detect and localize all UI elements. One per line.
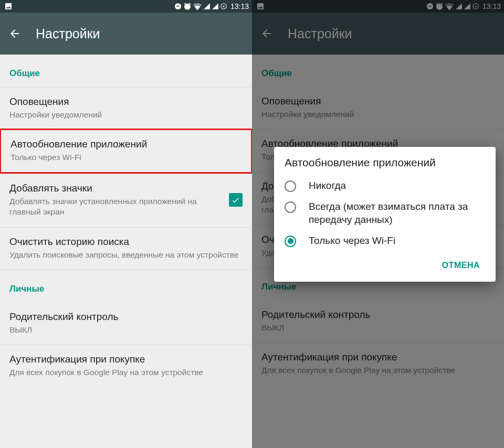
dialog-title: Автообновление приложений xyxy=(281,156,488,169)
row-subtitle: Настройки уведомлений xyxy=(9,110,243,120)
section-personal-label: Личные xyxy=(0,270,252,303)
row-subtitle: Только через Wi-Fi xyxy=(10,152,242,163)
row-notifications[interactable]: Оповещения Настройки уведомлений xyxy=(0,87,252,130)
signal2-icon xyxy=(212,3,219,10)
row-title: Аутентификация при покупке xyxy=(9,354,243,365)
picture-icon xyxy=(4,2,13,10)
row-add-icons[interactable]: Добавлять значки Добавлять значки устано… xyxy=(0,174,252,227)
option-always[interactable]: Всегда (может взиматься плата за передач… xyxy=(281,196,488,230)
wifi-icon xyxy=(193,2,202,10)
option-wifi[interactable]: Только через Wi-Fi xyxy=(281,230,488,251)
row-title: Родительский контроль xyxy=(9,311,243,323)
row-subtitle: Удалить поисковые запросы, введенные на … xyxy=(9,250,243,260)
option-label: Только через Wi-Fi xyxy=(309,234,395,247)
row-parental[interactable]: Родительский контроль ВЫКЛ xyxy=(0,303,252,345)
option-never[interactable]: Никогда xyxy=(281,175,488,196)
dnd-icon xyxy=(174,2,182,10)
page-title: Настройки xyxy=(36,26,100,41)
settings-list: Общие Оповещения Настройки уведомлений А… xyxy=(0,55,252,448)
row-title: Оповещения xyxy=(9,96,243,108)
row-title: Добавлять значки xyxy=(9,183,223,194)
row-subtitle: Для всех покупок в Google Play на этом у… xyxy=(9,367,243,378)
section-general-label: Общие xyxy=(0,55,252,87)
app-bar: Настройки xyxy=(0,13,252,55)
svg-rect-1 xyxy=(176,6,180,6)
row-clear-history[interactable]: Очистить историю поиска Удалить поисковы… xyxy=(0,227,252,270)
cancel-button[interactable]: ОТМЕНА xyxy=(437,257,485,274)
row-autoupdate[interactable]: Автообновление приложений Только через W… xyxy=(0,129,252,174)
row-subtitle: Добавлять значки установленных приложени… xyxy=(9,196,223,217)
autoupdate-dialog: Автообновление приложений Никогда Всегда… xyxy=(274,147,496,282)
radio-checked-icon xyxy=(285,236,296,247)
row-title: Автообновление приложений xyxy=(10,138,242,150)
status-bar: 13:13 xyxy=(0,0,252,13)
row-auth[interactable]: Аутентификация при покупке Для всех поку… xyxy=(0,345,252,387)
radio-unchecked-icon xyxy=(285,201,296,213)
right-phone: 13:13 Настройки Общие Оповещения Настрой… xyxy=(252,0,504,448)
alarm-icon xyxy=(183,2,192,10)
option-label: Никогда xyxy=(309,179,346,192)
battery-icon xyxy=(220,2,227,10)
option-label: Всегда (может взиматься плата за передач… xyxy=(309,200,485,226)
left-phone: 13:13 Настройки Общие Оповещения Настрой… xyxy=(0,0,252,448)
row-title: Очистить историю поиска xyxy=(9,236,243,248)
status-time: 13:13 xyxy=(230,2,249,10)
back-button[interactable] xyxy=(8,27,21,40)
checkbox-checked-icon[interactable] xyxy=(229,193,243,207)
row-subtitle: ВЫКЛ xyxy=(9,325,243,335)
radio-unchecked-icon xyxy=(285,180,296,192)
signal1-icon xyxy=(203,3,211,10)
